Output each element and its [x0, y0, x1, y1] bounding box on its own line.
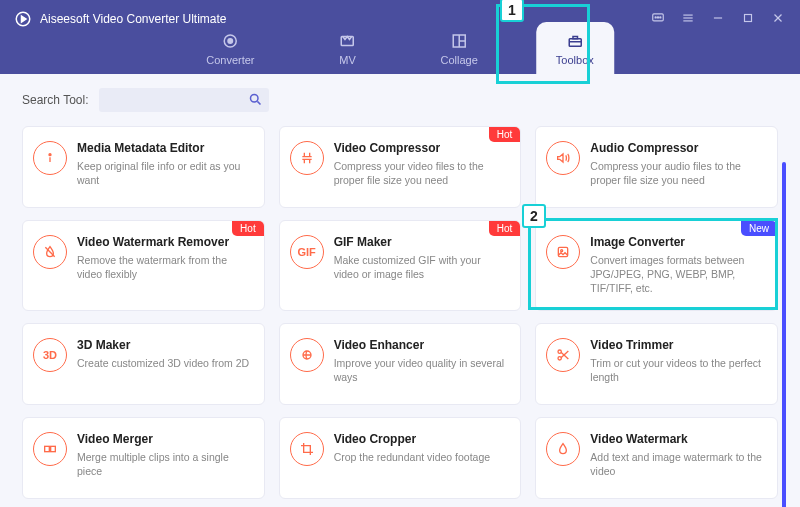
nowater-icon — [33, 235, 67, 269]
svg-point-13 — [228, 39, 233, 44]
card-title: GIF Maker — [334, 235, 509, 249]
menu-icon[interactable] — [680, 10, 696, 26]
tool-card-video-enhancer[interactable]: Video EnhancerImprove your video quality… — [279, 323, 522, 405]
svg-rect-19 — [573, 37, 578, 39]
mv-icon — [339, 32, 357, 50]
tool-card-media-metadata-editor[interactable]: Media Metadata EditorKeep original file … — [22, 126, 265, 208]
gif-icon: GIF — [290, 235, 324, 269]
tool-card-video-trimmer[interactable]: Video TrimmerTrim or cut your videos to … — [535, 323, 778, 405]
card-title: Video Trimmer — [590, 338, 765, 352]
card-body: Video EnhancerImprove your video quality… — [334, 338, 509, 390]
annotation-label-2: 2 — [522, 204, 546, 228]
card-body: Video TrimmerTrim or cut your videos to … — [590, 338, 765, 390]
card-title: Video Cropper — [334, 432, 509, 446]
tab-converter[interactable]: Converter — [186, 22, 274, 74]
tool-card-audio-compressor[interactable]: Audio CompressorCompress your audio file… — [535, 126, 778, 208]
scrollbar-thumb[interactable] — [782, 162, 786, 507]
svg-line-32 — [561, 351, 568, 358]
tool-card-video-watermark-remover[interactable]: Video Watermark RemoverRemove the waterm… — [22, 220, 265, 311]
svg-point-23 — [49, 154, 51, 156]
card-title: Video Compressor — [334, 141, 509, 155]
card-body: Video CompressorCompress your video file… — [334, 141, 509, 193]
svg-point-4 — [660, 17, 661, 18]
card-desc: Convert images formats between JPG/JPEG,… — [590, 253, 765, 296]
card-title: Video Enhancer — [334, 338, 509, 352]
3d-icon: 3D — [33, 338, 67, 372]
card-body: Video WatermarkAdd text and image waterm… — [590, 432, 765, 484]
card-body: Video Watermark RemoverRemove the waterm… — [77, 235, 252, 296]
tab-label: MV — [339, 54, 356, 66]
search-row: Search Tool: — [22, 88, 778, 112]
tab-label: Collage — [441, 54, 478, 66]
tool-card-video-watermark[interactable]: Video WatermarkAdd text and image waterm… — [535, 417, 778, 499]
tool-card-video-compressor[interactable]: Video CompressorCompress your video file… — [279, 126, 522, 208]
hot-badge: Hot — [232, 221, 264, 236]
tab-label: Converter — [206, 54, 254, 66]
card-desc: Create customized 3D video from 2D — [77, 356, 252, 370]
collage-icon — [450, 32, 468, 50]
close-icon[interactable] — [770, 10, 786, 26]
tab-label: Toolbox — [556, 54, 594, 66]
card-desc: Compress your video files to the proper … — [334, 159, 509, 187]
info-icon — [33, 141, 67, 175]
tool-card-video-merger[interactable]: Video MergerMerge multiple clips into a … — [22, 417, 265, 499]
card-desc: Crop the redundant video footage — [334, 450, 509, 464]
merge-icon — [33, 432, 67, 466]
main-tabs: Converter MV Collage Toolbox — [186, 22, 614, 74]
svg-rect-33 — [45, 446, 50, 451]
card-desc: Improve your video quality in several wa… — [334, 356, 509, 384]
card-body: GIF MakerMake customized GIF with your v… — [334, 235, 509, 296]
app-header: Aiseesoft Video Converter Ultimate Conve… — [0, 0, 800, 74]
enhance-icon — [290, 338, 324, 372]
window-controls — [650, 10, 786, 26]
card-desc: Merge multiple clips into a single piece — [77, 450, 252, 478]
tab-mv[interactable]: MV — [313, 22, 383, 74]
imgconv-icon — [546, 235, 580, 269]
card-body: Media Metadata EditorKeep original file … — [77, 141, 252, 193]
card-desc: Compress your audio files to the proper … — [590, 159, 765, 187]
card-body: Video CropperCrop the redundant video fo… — [334, 432, 509, 484]
card-desc: Trim or cut your videos to the perfect l… — [590, 356, 765, 384]
tools-grid: Media Metadata EditorKeep original file … — [22, 126, 778, 499]
card-title: Media Metadata Editor — [77, 141, 252, 155]
svg-point-27 — [561, 250, 563, 252]
watermark-icon — [546, 432, 580, 466]
audio-icon — [546, 141, 580, 175]
card-desc: Add text and image watermark to the vide… — [590, 450, 765, 478]
card-body: 3D MakerCreate customized 3D video from … — [77, 338, 252, 390]
svg-rect-34 — [51, 446, 56, 451]
tool-card-image-converter[interactable]: Image ConverterConvert images formats be… — [535, 220, 778, 311]
brand-logo-icon — [14, 10, 32, 28]
trim-icon — [546, 338, 580, 372]
svg-line-31 — [561, 352, 568, 359]
card-desc: Remove the watermark from the video flex… — [77, 253, 252, 281]
search-label: Search Tool: — [22, 93, 89, 107]
content-area: Search Tool: Media Metadata EditorKeep o… — [0, 74, 800, 507]
tool-card-3d-maker[interactable]: 3D3D MakerCreate customized 3D video fro… — [22, 323, 265, 405]
tool-card-video-cropper[interactable]: Video CropperCrop the redundant video fo… — [279, 417, 522, 499]
card-desc: Keep original file info or edit as you w… — [77, 159, 252, 187]
crop-icon — [290, 432, 324, 466]
new-badge: New — [741, 221, 777, 236]
card-title: Video Merger — [77, 432, 252, 446]
card-title: Image Converter — [590, 235, 765, 249]
compress-icon — [290, 141, 324, 175]
feedback-icon[interactable] — [650, 10, 666, 26]
toolbox-icon — [566, 32, 584, 50]
tool-card-gif-maker[interactable]: GIFGIF MakerMake customized GIF with you… — [279, 220, 522, 311]
scrollbar-track[interactable] — [782, 162, 786, 507]
maximize-icon[interactable] — [740, 10, 756, 26]
converter-icon — [221, 32, 239, 50]
annotation-label-1: 1 — [500, 0, 524, 22]
svg-point-2 — [655, 17, 656, 18]
svg-rect-9 — [745, 15, 752, 22]
card-desc: Make customized GIF with your video or i… — [334, 253, 509, 281]
card-title: Video Watermark — [590, 432, 765, 446]
search-input[interactable] — [99, 88, 269, 112]
card-body: Video MergerMerge multiple clips into a … — [77, 432, 252, 484]
card-title: 3D Maker — [77, 338, 252, 352]
minimize-icon[interactable] — [710, 10, 726, 26]
tab-toolbox[interactable]: Toolbox — [536, 22, 614, 74]
card-body: Audio CompressorCompress your audio file… — [590, 141, 765, 193]
tab-collage[interactable]: Collage — [421, 22, 498, 74]
